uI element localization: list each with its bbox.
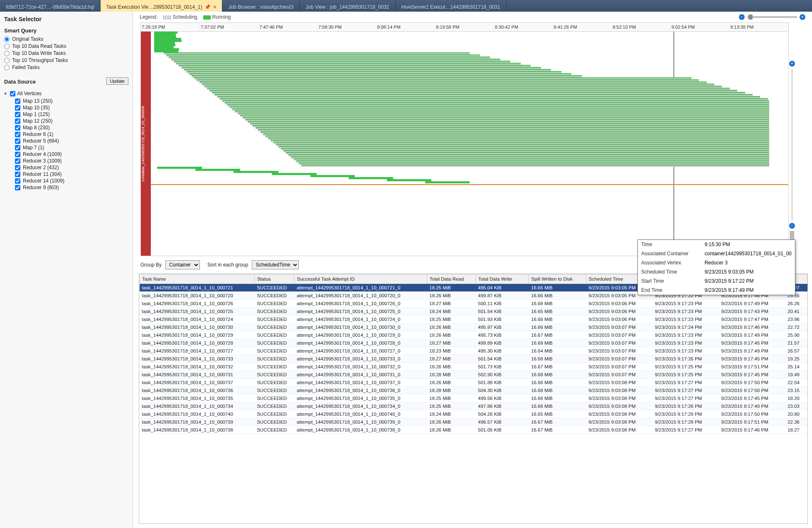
selection-marker: [151, 184, 788, 185]
vertex-label: Map 12 (250): [23, 118, 52, 124]
time-tick: 8:52:10 PM: [612, 23, 671, 31]
table-row[interactable]: task_1442995301718_0014_1_10_000733SUCCE…: [140, 355, 807, 363]
sort-label: Sort in each group: [207, 262, 248, 268]
column-header[interactable]: Total Data Read: [427, 274, 475, 284]
table-row[interactable]: task_1442995301718_0014_1_10_000725SUCCE…: [140, 308, 807, 316]
column-header[interactable]: Status: [254, 274, 294, 284]
vertex-label: Map 7 (1): [23, 145, 44, 151]
table-row[interactable]: task_1442995301718_0014_1_10_000738SUCCE…: [140, 426, 807, 434]
vertex-checkbox-10[interactable]: [15, 165, 20, 170]
tab-3[interactable]: Job View : job_1442995301718_0032: [300, 0, 395, 12]
all-vertices-label: All Vertices: [17, 91, 42, 96]
smart-query-radio-4[interactable]: [4, 65, 10, 70]
vertex-checkbox-3[interactable]: [15, 118, 20, 124]
vertex-checkbox-12[interactable]: [15, 178, 20, 184]
scheduling-swatch: [163, 15, 171, 20]
vertex-label: Reducer 5 (694): [23, 138, 59, 144]
vertex-label: Reducer 6 (1): [23, 131, 53, 137]
vertex-checkbox-13[interactable]: [15, 185, 20, 190]
vscroll-minus-icon[interactable]: −: [789, 223, 795, 229]
table-row[interactable]: task_1442995301718_0014_1_10_000729SUCCE…: [140, 331, 807, 339]
table-row[interactable]: task_1442995301718_0014_1_10_000724SUCCE…: [140, 316, 807, 323]
gantt-y-label: container_1442995301718_0014_01_000008: [141, 32, 151, 256]
vertex-label: Reducer 9 (603): [23, 185, 59, 190]
vertex-checkbox-6[interactable]: [15, 138, 20, 144]
tab-4[interactable]: HiveServer2 Execut…1442995301718_0031: [396, 0, 507, 12]
legend-label: Legend:: [140, 14, 157, 20]
vertex-checkbox-5[interactable]: [15, 132, 20, 137]
vscroll-plus-icon[interactable]: +: [789, 61, 795, 67]
sort-select[interactable]: ScheduledTime: [252, 260, 299, 269]
table-row[interactable]: task_1442995301718_0014_1_10_000730SUCCE…: [140, 323, 807, 331]
time-tick: 8:41:26 PM: [553, 23, 612, 31]
data-source-label: Data Source: [4, 79, 36, 85]
vertex-checkbox-1[interactable]: [15, 105, 20, 111]
vertex-checkbox-0[interactable]: [15, 99, 20, 104]
time-tick: 7:26:18 PM: [141, 23, 200, 31]
groupby-select[interactable]: Container: [165, 260, 200, 269]
table-row[interactable]: task_1442995301718_0014_1_10_000740SUCCE…: [140, 410, 807, 418]
table-row[interactable]: task_1442995301718_0014_1_10_000728SUCCE…: [140, 339, 807, 347]
vertex-checkbox-2[interactable]: [15, 112, 20, 117]
table-row[interactable]: task_1442995301718_0014_1_10_000731SUCCE…: [140, 371, 807, 379]
update-button[interactable]: Update: [106, 77, 128, 85]
tab-0[interactable]: fd9d712-72ce-427…-09d00e76da1d.hql: [0, 0, 101, 12]
task-selector-title: Task Selector: [4, 16, 128, 22]
time-tick: 7:58:30 PM: [317, 23, 376, 31]
time-tick: 8:30:42 PM: [494, 23, 553, 31]
table-row[interactable]: task_1442995301718_0014_1_10_000734SUCCE…: [140, 402, 807, 410]
tree-disclosure-icon[interactable]: ▾: [4, 91, 8, 96]
zoom-out-icon[interactable]: −: [739, 14, 745, 20]
hover-tooltip: Time9:15:30 PMAssociated Containercontai…: [637, 239, 795, 295]
pin-icon[interactable]: 📌: [204, 4, 211, 10]
running-label: Running: [212, 14, 231, 20]
tab-2[interactable]: Job Browser : vstooltpchtest3: [222, 0, 300, 12]
time-tick: 8:08:14 PM: [376, 23, 436, 31]
column-header[interactable]: Total Data Write: [475, 274, 529, 284]
vertex-label: Reducer 14 (1009): [23, 178, 64, 184]
groupby-label: Group By: [140, 262, 162, 268]
smart-query-radio-1[interactable]: [4, 44, 10, 49]
smart-query-radio-3[interactable]: [4, 58, 10, 63]
range-slider-thumb[interactable]: [748, 15, 753, 20]
all-vertices-checkbox[interactable]: [10, 91, 15, 96]
scheduling-label: Scheduling: [172, 14, 197, 20]
vertex-checkbox-7[interactable]: [15, 145, 20, 151]
table-row[interactable]: task_1442995301718_0014_1_10_000732SUCCE…: [140, 363, 807, 371]
vertex-label: Map 8 (230): [23, 125, 50, 131]
table-row[interactable]: task_1442995301718_0014_1_10_000727SUCCE…: [140, 347, 807, 355]
column-header[interactable]: Task Name: [140, 274, 255, 284]
smart-query-radio-0[interactable]: [4, 37, 10, 42]
vertex-label: Reducer 11 (304): [23, 171, 62, 177]
smart-query-label: Smart Query: [4, 27, 128, 34]
column-header[interactable]: Spill Written to Disk: [529, 274, 586, 284]
time-tick: 8:19:58 PM: [435, 23, 494, 31]
column-header[interactable]: Successful Task Attempt ID: [294, 274, 427, 284]
vertex-label: Map 1 (125): [23, 111, 50, 117]
time-tick: 9:13:38 PM: [729, 23, 788, 31]
vertex-label: Reducer 3 (1009): [23, 158, 62, 164]
vertex-label: Reducer 4 (1009): [23, 151, 62, 157]
close-icon[interactable]: ×: [213, 4, 216, 10]
vertex-checkbox-11[interactable]: [15, 172, 20, 177]
vscroll-track[interactable]: [791, 69, 793, 220]
table-row[interactable]: task_1442995301718_0014_1_10_000726SUCCE…: [140, 300, 807, 308]
running-swatch: [203, 15, 211, 20]
time-tick: 9:02:54 PM: [671, 23, 730, 31]
vertex-label: Reducer 2 (432): [23, 165, 59, 170]
time-tick: 7:47:46 PM: [258, 23, 317, 31]
table-row[interactable]: task_1442995301718_0014_1_10_000739SUCCE…: [140, 418, 807, 426]
tab-1[interactable]: Task Execution Vie…2995301718_0014_1)📌×: [101, 0, 223, 12]
vertex-checkbox-9[interactable]: [15, 158, 20, 164]
zoom-in-icon[interactable]: +: [800, 14, 805, 20]
vertex-checkbox-8[interactable]: [15, 152, 20, 157]
smart-query-radio-2[interactable]: [4, 51, 10, 56]
table-row[interactable]: task_1442995301718_0014_1_10_000737SUCCE…: [140, 379, 807, 387]
time-tick: 7:37:02 PM: [200, 23, 259, 31]
table-row[interactable]: task_1442995301718_0014_1_10_000736SUCCE…: [140, 387, 807, 395]
vertex-label: Map 10 (35): [23, 105, 50, 111]
vertex-label: Map 13 (250): [23, 98, 52, 104]
table-row[interactable]: task_1442995301718_0014_1_10_000735SUCCE…: [140, 395, 807, 402]
vertex-checkbox-4[interactable]: [15, 125, 20, 131]
